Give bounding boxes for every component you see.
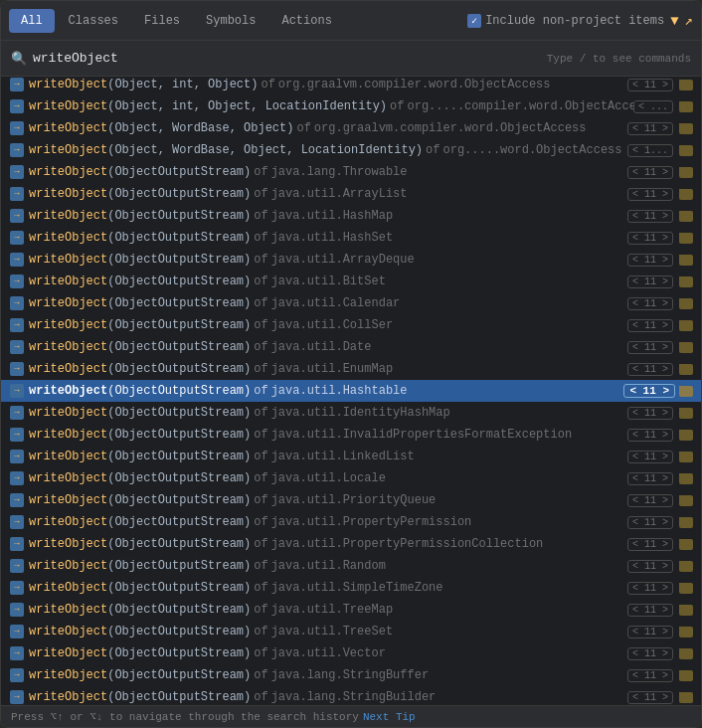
list-item[interactable]: →writeObject(ObjectOutputStream) of java… xyxy=(1,642,701,664)
list-item[interactable]: →writeObject(ObjectOutputStream) of java… xyxy=(1,446,701,467)
list-item[interactable]: →writeObject(ObjectOutputStream) of java… xyxy=(1,336,701,358)
tab-actions[interactable]: Actions xyxy=(269,9,343,33)
folder-icon xyxy=(679,386,693,397)
list-item[interactable]: →writeObject(ObjectOutputStream) of java… xyxy=(1,489,701,511)
folder-icon xyxy=(679,430,693,441)
tab-files[interactable]: Files xyxy=(132,9,192,33)
of-text: of xyxy=(254,471,267,485)
search-hint: Type / to see commands xyxy=(547,53,691,65)
search-input[interactable] xyxy=(33,51,541,66)
method-name: writeObject xyxy=(29,581,107,595)
list-item[interactable]: →writeObject(ObjectOutputStream) of java… xyxy=(1,292,701,314)
list-item[interactable]: →writeObject(ObjectOutputStream) of java… xyxy=(1,555,701,577)
method-icon: → xyxy=(9,383,25,399)
tab-all[interactable]: All xyxy=(9,9,55,33)
list-item[interactable]: →writeObject(ObjectOutputStream) of java… xyxy=(1,467,701,489)
class-name: java.util.LinkedList xyxy=(271,450,415,463)
list-item[interactable]: →writeObject(ObjectOutputStream) of java… xyxy=(1,621,701,642)
method-params: (ObjectOutputStream) xyxy=(107,471,251,485)
list-item[interactable]: →writeObject(ObjectOutputStream) of java… xyxy=(1,424,701,446)
filter-icon[interactable]: ▼ xyxy=(670,13,678,29)
version-badge: < 11 > xyxy=(627,341,673,354)
list-item[interactable]: →writeObject(ObjectOutputStream) of java… xyxy=(1,249,701,271)
list-item[interactable]: →writeObject(Object, int, Object, Locati… xyxy=(1,95,701,117)
list-item[interactable]: →writeObject(Object, WordBase, Object, L… xyxy=(1,139,701,161)
method-name: writeObject xyxy=(29,450,107,463)
tab-classes[interactable]: Classes xyxy=(57,9,130,33)
folder-icon xyxy=(679,627,693,637)
list-item[interactable]: →writeObject(ObjectOutputStream) of java… xyxy=(1,271,701,292)
method-icon: → xyxy=(9,273,25,289)
method-icon: → xyxy=(9,142,25,158)
method-params: (ObjectOutputStream) xyxy=(107,318,251,332)
list-item[interactable]: →writeObject(ObjectOutputStream) of java… xyxy=(1,664,701,686)
list-item[interactable]: →writeObject(ObjectOutputStream) of java… xyxy=(1,183,701,205)
method-icon: → xyxy=(9,186,25,202)
result-content: writeObject(Object, int, Object, Locatio… xyxy=(29,99,633,113)
result-content: writeObject(ObjectOutputStream) of java.… xyxy=(29,450,627,463)
list-item[interactable]: →writeObject(Object, WordBase, Object) o… xyxy=(1,117,701,139)
method-params: (ObjectOutputStream) xyxy=(107,646,251,660)
version-badge: < 11 > xyxy=(627,516,673,529)
method-icon: → xyxy=(9,120,25,136)
list-item[interactable]: →writeObject(ObjectOutputStream) of java… xyxy=(1,577,701,599)
search-bar: 🔍 Type / to see commands xyxy=(1,41,701,77)
of-text: of xyxy=(254,362,267,376)
folder-icon xyxy=(679,342,693,353)
list-item[interactable]: →writeObject(ObjectOutputStream) of java… xyxy=(1,358,701,380)
result-content: writeObject(ObjectOutputStream) of java.… xyxy=(29,493,627,507)
method-name: writeObject xyxy=(29,668,107,682)
of-text: of xyxy=(254,296,267,310)
folder-icon xyxy=(679,364,693,375)
folder-icon xyxy=(679,495,693,506)
folder-icon xyxy=(679,583,693,594)
of-text: of xyxy=(254,253,267,267)
list-item[interactable]: →writeObject(ObjectOutputStream) of java… xyxy=(1,161,701,183)
method-params: (Object, WordBase, Object, LocationIdent… xyxy=(107,143,423,157)
method-name: writeObject xyxy=(29,340,107,354)
checkbox-checked-icon: ✓ xyxy=(467,14,481,28)
folder-icon xyxy=(679,233,693,244)
list-item[interactable]: →writeObject(ObjectOutputStream) of java… xyxy=(1,314,701,336)
list-item[interactable]: →writeObject(Object, int, Object) of org… xyxy=(1,77,701,95)
of-text: of xyxy=(254,537,267,551)
version-badge: < 11 > xyxy=(627,79,673,91)
list-item[interactable]: →writeObject(ObjectOutputStream) of java… xyxy=(1,380,701,402)
list-item[interactable]: →writeObject(ObjectOutputStream) of java… xyxy=(1,599,701,621)
result-content: writeObject(ObjectOutputStream) of java.… xyxy=(29,646,627,660)
list-item[interactable]: →writeObject(ObjectOutputStream) of java… xyxy=(1,511,701,533)
list-item[interactable]: →writeObject(ObjectOutputStream) of java… xyxy=(1,227,701,249)
list-item[interactable]: →writeObject(ObjectOutputStream) of java… xyxy=(1,205,701,227)
folder-icon xyxy=(679,648,693,659)
version-badge: < 11 > xyxy=(627,538,673,551)
version-badge: < 11 > xyxy=(627,122,673,135)
next-tip-link[interactable]: Next Tip xyxy=(363,711,416,723)
of-text: of xyxy=(254,646,267,660)
method-name: writeObject xyxy=(29,274,107,288)
folder-icon xyxy=(679,167,693,178)
class-name: java.util.Locale xyxy=(271,471,386,485)
folder-icon xyxy=(679,189,693,200)
class-name: java.util.Random xyxy=(271,559,386,573)
version-badge: < 11 > xyxy=(627,407,673,420)
version-badge: < 11 > xyxy=(627,363,673,376)
method-icon: → xyxy=(9,689,25,705)
include-non-project-checkbox[interactable]: ✓ Include non-project items xyxy=(467,14,664,28)
result-content: writeObject(ObjectOutputStream) of java.… xyxy=(29,296,627,310)
method-icon: → xyxy=(9,405,25,421)
method-params: (ObjectOutputStream) xyxy=(107,450,251,463)
tab-symbols[interactable]: Symbols xyxy=(194,9,267,33)
list-item[interactable]: →writeObject(ObjectOutputStream) of java… xyxy=(1,686,701,705)
of-text: of xyxy=(254,274,267,288)
expand-icon[interactable]: ↗ xyxy=(685,12,693,29)
version-badge: < 11 > xyxy=(627,319,673,332)
method-icon: → xyxy=(9,339,25,355)
class-name: java.util.BitSet xyxy=(271,274,386,288)
of-text: of xyxy=(254,165,267,179)
list-item[interactable]: →writeObject(ObjectOutputStream) of java… xyxy=(1,402,701,424)
results-list[interactable]: →writeObject(Object, int, Object) of org… xyxy=(1,77,701,705)
result-content: writeObject(ObjectOutputStream) of java.… xyxy=(29,384,623,398)
of-text: of xyxy=(390,99,404,113)
list-item[interactable]: →writeObject(ObjectOutputStream) of java… xyxy=(1,533,701,555)
class-name: java.util.InvalidPropertiesFormatExcepti… xyxy=(271,428,572,442)
